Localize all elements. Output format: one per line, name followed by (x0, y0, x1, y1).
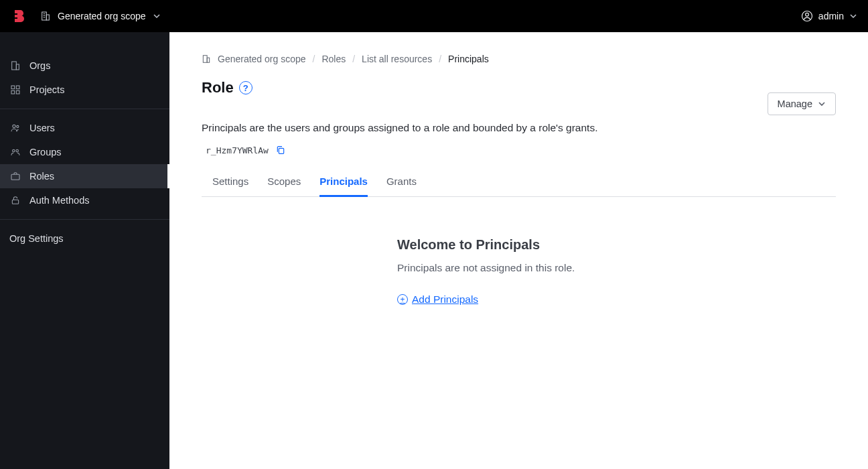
svg-point-16 (16, 149, 18, 151)
sidebar-item-projects[interactable]: Projects (0, 78, 169, 102)
svg-rect-8 (16, 64, 19, 70)
tabs: Settings Scopes Principals Grants (202, 169, 836, 197)
topbar-left: Generated org scope (11, 8, 161, 24)
page-title: Role (202, 79, 234, 96)
main-content: Generated org scope / Roles / List all r… (169, 32, 868, 469)
scope-label: Generated org scope (58, 11, 146, 21)
grid-icon (9, 84, 21, 96)
svg-point-15 (13, 149, 15, 151)
group-icon (9, 146, 21, 158)
sidebar-item-label: Groups (29, 147, 62, 157)
empty-state-description: Principals are not assigned in this role… (397, 262, 826, 274)
user-icon (801, 10, 813, 22)
svg-rect-7 (12, 62, 17, 70)
breadcrumb-link[interactable]: List all resources (362, 54, 432, 64)
divider (0, 109, 169, 109)
plus-circle-icon: + (397, 294, 408, 305)
nav-group: Users Groups Roles (0, 113, 169, 215)
svg-point-6 (805, 13, 808, 16)
breadcrumb-link[interactable]: Roles (321, 54, 346, 64)
svg-rect-17 (11, 174, 19, 180)
sidebar-item-label: Projects (29, 84, 64, 95)
svg-rect-21 (279, 148, 283, 153)
breadcrumb-link[interactable]: Generated org scope (218, 54, 306, 64)
tab-settings[interactable]: Settings (212, 169, 248, 197)
building-icon (202, 54, 211, 64)
sidebar-item-groups[interactable]: Groups (0, 140, 169, 164)
sidebar: Orgs Projects (0, 32, 169, 469)
manage-button-label: Manage (778, 98, 812, 109)
svg-rect-19 (203, 56, 207, 63)
svg-rect-9 (11, 86, 15, 89)
title-row: Role ? (202, 79, 252, 96)
chevron-down-icon (818, 100, 826, 108)
sidebar-item-orgs[interactable]: Orgs (0, 54, 169, 78)
tab-principals[interactable]: Principals (319, 169, 368, 197)
breadcrumb-separator: / (439, 54, 441, 64)
sidebar-item-label: Orgs (29, 60, 50, 71)
users-icon (9, 122, 21, 134)
briefcase-icon (9, 170, 21, 182)
building-icon (40, 11, 51, 21)
page-header-left: Role ? (202, 79, 252, 96)
svg-rect-18 (12, 200, 18, 204)
sidebar-item-users[interactable]: Users (0, 116, 169, 140)
svg-rect-20 (207, 58, 210, 62)
sidebar-item-label: Org Settings (9, 233, 64, 244)
tab-scopes[interactable]: Scopes (267, 169, 301, 197)
lock-icon (9, 194, 21, 206)
add-principals-link[interactable]: + Add Principals (397, 293, 478, 306)
page-header: Role ? Manage (202, 79, 836, 115)
breadcrumb-separator: / (313, 54, 315, 64)
breadcrumb-current: Principals (448, 54, 489, 64)
resource-id-row: r_Hzm7YWRlAw (202, 145, 836, 155)
sidebar-item-org-settings[interactable]: Org Settings (0, 224, 169, 253)
sidebar-item-label: Users (29, 123, 55, 133)
chevron-down-icon (849, 12, 857, 20)
manage-button[interactable]: Manage (768, 92, 836, 115)
nav-group: Orgs Projects (0, 51, 169, 105)
svg-rect-1 (46, 15, 49, 20)
topbar: Generated org scope admin (0, 0, 868, 32)
svg-rect-10 (16, 86, 19, 89)
sidebar-item-label: Roles (29, 171, 54, 182)
empty-state: Welcome to Principals Principals are not… (397, 237, 826, 306)
add-principals-label: Add Principals (412, 293, 478, 306)
sidebar-item-label: Auth Methods (29, 195, 89, 206)
resource-id: r_Hzm7YWRlAw (206, 145, 269, 155)
app-logo[interactable] (11, 8, 27, 24)
page-description: Principals are the users and groups assi… (202, 122, 836, 134)
building-icon (9, 60, 21, 72)
breadcrumb-separator: / (352, 54, 355, 64)
svg-point-13 (13, 125, 15, 127)
svg-rect-11 (11, 90, 15, 94)
empty-state-title: Welcome to Principals (397, 237, 826, 253)
topbar-right: admin (801, 10, 857, 22)
sidebar-item-roles[interactable]: Roles (0, 164, 169, 188)
user-label: admin (818, 11, 844, 21)
help-icon[interactable]: ? (239, 81, 252, 94)
breadcrumb: Generated org scope / Roles / List all r… (202, 54, 836, 64)
tab-grants[interactable]: Grants (386, 169, 417, 197)
sidebar-item-auth-methods[interactable]: Auth Methods (0, 188, 169, 212)
svg-point-14 (17, 125, 19, 127)
chevron-down-icon (153, 12, 161, 20)
svg-rect-12 (16, 90, 19, 94)
scope-selector[interactable]: Generated org scope (40, 11, 161, 21)
svg-rect-0 (42, 12, 47, 20)
copy-icon[interactable] (275, 145, 286, 155)
divider (0, 219, 169, 220)
user-menu[interactable]: admin (801, 10, 857, 22)
